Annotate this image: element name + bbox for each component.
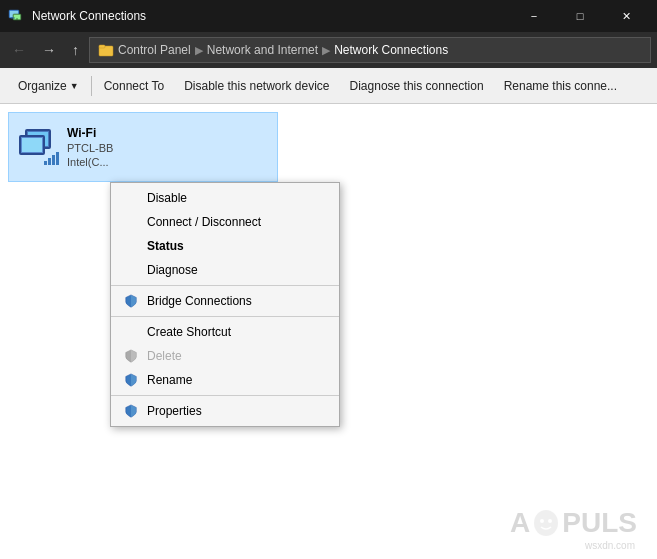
watermark-domain: wsxdn.com (585, 540, 635, 551)
svg-point-10 (548, 519, 552, 523)
separator-sep2 (111, 316, 339, 317)
title-bar: Network Connections − □ ✕ (0, 0, 657, 32)
connect-to-button[interactable]: Connect To (94, 72, 175, 100)
context-menu: DisableConnect / DisconnectStatusDiagnos… (110, 182, 340, 427)
minimize-button[interactable]: − (511, 0, 557, 32)
back-button[interactable]: ← (6, 37, 32, 63)
ctx-item-connect-disconnect[interactable]: Connect / Disconnect (111, 210, 339, 234)
signal-bars-icon (44, 152, 59, 165)
ctx-label-status: Status (147, 239, 184, 253)
network-name: Wi-Fi (67, 126, 113, 140)
shield-icon-bridge (123, 293, 139, 309)
title-bar-icon (8, 8, 24, 24)
ctx-item-status[interactable]: Status (111, 234, 339, 258)
path-network-connections[interactable]: Network Connections (334, 43, 448, 57)
title-bar-controls: − □ ✕ (511, 0, 649, 32)
shield-icon-properties (123, 403, 139, 419)
toolbar-separator-1 (91, 76, 92, 96)
ctx-item-delete: Delete (111, 344, 339, 368)
up-button[interactable]: ↑ (66, 37, 85, 63)
path-network-internet[interactable]: Network and Internet (207, 43, 318, 57)
close-button[interactable]: ✕ (603, 0, 649, 32)
ctx-label-disable: Disable (147, 191, 187, 205)
svg-point-9 (540, 519, 544, 523)
network-detail: Intel(C... (67, 156, 113, 168)
ctx-label-diagnose: Diagnose (147, 263, 198, 277)
separator-sep1 (111, 285, 339, 286)
wifi-network-item[interactable]: Wi-Fi PTCL-BB Intel(C... (8, 112, 278, 182)
network-info: Wi-Fi PTCL-BB Intel(C... (67, 126, 113, 168)
ctx-label-rename: Rename (147, 373, 192, 387)
toolbar: Organize ▼ Connect To Disable this netwo… (0, 68, 657, 104)
disable-button[interactable]: Disable this network device (174, 72, 339, 100)
main-content: Wi-Fi PTCL-BB Intel(C... DisableConnect … (0, 104, 657, 559)
rename-button[interactable]: Rename this conne... (494, 72, 627, 100)
path-control-panel[interactable]: Control Panel (118, 43, 191, 57)
separator-sep3 (111, 395, 339, 396)
ctx-label-delete: Delete (147, 349, 182, 363)
title-bar-title: Network Connections (32, 9, 146, 23)
shield-icon-rename (123, 372, 139, 388)
ctx-label-bridge: Bridge Connections (147, 294, 252, 308)
watermark: A PULS (510, 507, 637, 539)
organize-button[interactable]: Organize ▼ (8, 72, 89, 100)
svg-rect-7 (99, 45, 105, 48)
ctx-item-properties[interactable]: Properties (111, 399, 339, 423)
network-icon (19, 129, 59, 165)
appuals-ghost-icon (532, 509, 560, 537)
diagnose-button[interactable]: Diagnose this connection (340, 72, 494, 100)
ctx-label-properties: Properties (147, 404, 202, 418)
ctx-item-disable[interactable]: Disable (111, 186, 339, 210)
ctx-item-diagnose[interactable]: Diagnose (111, 258, 339, 282)
ctx-label-connect-disconnect: Connect / Disconnect (147, 215, 261, 229)
ctx-item-shortcut[interactable]: Create Shortcut (111, 320, 339, 344)
network-adapter: PTCL-BB (67, 142, 113, 154)
address-path: Control Panel ▶ Network and Internet ▶ N… (89, 37, 651, 63)
ctx-label-shortcut: Create Shortcut (147, 325, 231, 339)
svg-point-8 (534, 510, 558, 536)
ctx-item-rename[interactable]: Rename (111, 368, 339, 392)
shield-icon-delete (123, 348, 139, 364)
folder-icon (98, 42, 114, 58)
maximize-button[interactable]: □ (557, 0, 603, 32)
address-bar: ← → ↑ Control Panel ▶ Network and Intern… (0, 32, 657, 68)
ctx-item-bridge[interactable]: Bridge Connections (111, 289, 339, 313)
forward-button[interactable]: → (36, 37, 62, 63)
